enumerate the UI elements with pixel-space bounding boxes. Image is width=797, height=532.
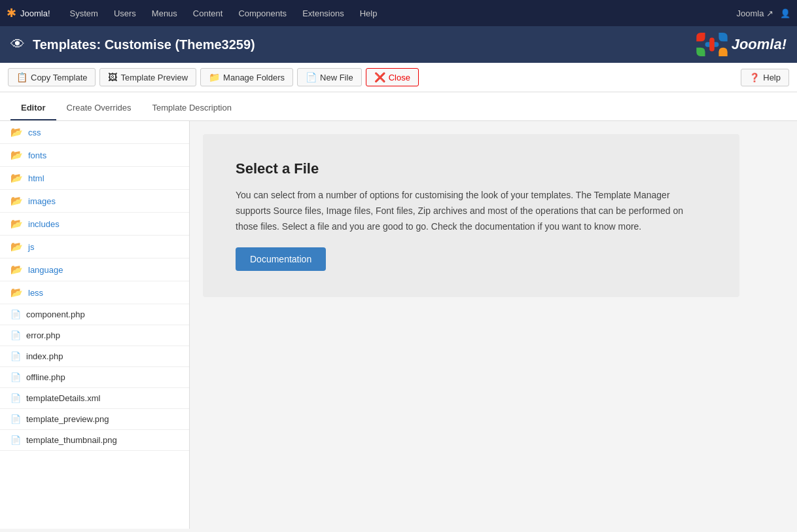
file-icon: 📄 [10, 435, 21, 445]
select-file-box: Select a File You can select from a numb… [203, 134, 739, 297]
tabs-bar: Editor Create Overrides Template Descrip… [0, 92, 797, 121]
brand-label: Joomla! [20, 9, 50, 18]
nav-item-components[interactable]: Components [232, 6, 293, 21]
folder-closed-icon: 📂 [10, 149, 23, 161]
new-file-button[interactable]: 📄 New File [297, 68, 362, 86]
template-preview-button[interactable]: 🖼 Template Preview [99, 68, 196, 86]
file-icon: 📄 [10, 310, 21, 319]
sidebar-file-template-preview-png[interactable]: 📄 template_preview.png [0, 409, 189, 430]
main-panel: Select a File You can select from a numb… [190, 121, 797, 529]
page-header: 👁 Templates: Customise (Theme3259) Jooml… [0, 26, 797, 63]
select-file-description: You can select from a number of options … [236, 188, 707, 234]
folder-closed-icon: 📂 [10, 287, 23, 298]
folder-name-includes: includes [28, 219, 60, 229]
file-icon: 📄 [10, 393, 21, 403]
sidebar-folder-html[interactable]: 📂 html [0, 167, 189, 190]
nav-item-system[interactable]: System [63, 6, 105, 21]
top-navbar: ✱ Joomla! System Users Menus Content Com… [0, 0, 797, 26]
eye-icon: 👁 [10, 36, 25, 53]
file-icon: 📄 [10, 372, 21, 382]
help-icon: ❓ [749, 73, 760, 82]
sidebar-folder-less[interactable]: 📂 less [0, 281, 189, 304]
folder-closed-icon: 📂 [10, 264, 23, 275]
nav-item-extensions[interactable]: Extensions [296, 6, 351, 21]
folder-name-less: less [28, 288, 43, 298]
nav-item-menus[interactable]: Menus [145, 6, 184, 21]
file-name-template-preview-png: template_preview.png [26, 414, 109, 424]
folder-closed-icon: 📂 [10, 172, 23, 184]
folder-name-js: js [28, 242, 34, 252]
sidebar-file-index-php[interactable]: 📄 index.php [0, 346, 189, 367]
page-title: Templates: Customise (Theme3259) [33, 37, 696, 52]
navbar-brand: ✱ Joomla! [7, 6, 50, 20]
user-icon: 👤 [780, 9, 790, 18]
external-link-icon: ↗ [766, 9, 773, 18]
file-icon: 📄 [10, 351, 21, 361]
tab-create-overrides[interactable]: Create Overrides [56, 96, 142, 120]
folder-name-html: html [28, 173, 44, 183]
sidebar-file-error-php[interactable]: 📄 error.php [0, 325, 189, 346]
folder-name-language: language [28, 265, 63, 275]
folder-closed-icon: 📂 [10, 218, 23, 230]
sidebar-folder-js[interactable]: 📂 js [0, 236, 189, 258]
close-button[interactable]: ❌ Close [366, 68, 419, 86]
new-file-icon: 📄 [306, 72, 317, 82]
sidebar-folder-images[interactable]: 📂 images [0, 190, 189, 213]
file-name-offline-php: offline.php [26, 372, 65, 382]
sidebar-file-template-thumbnail-png[interactable]: 📄 template_thumbnail.png [0, 430, 189, 451]
file-icon: 📄 [10, 414, 21, 424]
copy-icon: 📋 [16, 72, 27, 82]
sidebar-folder-fonts[interactable]: 📂 fonts [0, 144, 189, 167]
user-link[interactable]: Joomla ↗ [736, 9, 773, 18]
tab-editor[interactable]: Editor [10, 96, 56, 120]
folder-icon: 📁 [209, 72, 220, 82]
nav-item-users[interactable]: Users [107, 6, 143, 21]
toolbar: 📋 Copy Template 🖼 Template Preview 📁 Man… [0, 63, 797, 92]
folder-name-images: images [28, 196, 56, 206]
sidebar-folder-includes[interactable]: 📂 includes [0, 213, 189, 236]
preview-icon: 🖼 [108, 72, 117, 82]
sidebar-file-template-details-xml[interactable]: 📄 templateDetails.xml [0, 388, 189, 409]
nav-item-help[interactable]: Help [353, 6, 384, 21]
user-name: Joomla [736, 9, 764, 18]
folder-closed-icon: 📂 [10, 195, 23, 207]
file-name-component-php: component.php [26, 310, 85, 319]
navbar-menu: System Users Menus Content Components Ex… [63, 6, 737, 21]
joomla-text: Joomla! [732, 36, 787, 53]
file-name-index-php: index.php [26, 351, 63, 361]
file-name-template-details-xml: templateDetails.xml [26, 393, 100, 403]
sidebar-file-component-php[interactable]: 📄 component.php [0, 304, 189, 325]
file-name-template-thumbnail-png: template_thumbnail.png [26, 435, 117, 445]
sidebar-folder-css[interactable]: 📂 css [0, 121, 189, 144]
file-icon: 📄 [10, 330, 21, 340]
documentation-button[interactable]: Documentation [236, 247, 326, 271]
sidebar-folder-language[interactable]: 📂 language [0, 258, 189, 281]
folder-closed-icon: 📂 [10, 241, 23, 253]
folder-closed-icon: 📂 [10, 126, 23, 138]
svg-rect-1 [709, 38, 715, 52]
folder-name-css: css [28, 128, 41, 137]
tab-template-description[interactable]: Template Description [142, 96, 242, 120]
copy-template-button[interactable]: 📋 Copy Template [8, 68, 96, 86]
nav-item-content[interactable]: Content [186, 6, 230, 21]
file-name-error-php: error.php [26, 330, 60, 340]
joomla-star-icon: ✱ [7, 6, 16, 20]
folder-name-fonts: fonts [28, 151, 46, 160]
navbar-right: Joomla ↗ 👤 [736, 9, 790, 18]
help-button[interactable]: ❓ Help [741, 69, 789, 86]
manage-folders-button[interactable]: 📁 Manage Folders [200, 68, 293, 86]
joomla-logo-svg [696, 33, 728, 56]
select-file-title: Select a File [236, 160, 707, 177]
joomla-logo: Joomla! [696, 33, 787, 56]
file-tree-sidebar: 📂 css 📂 fonts 📂 html 📂 images 📂 includes… [0, 121, 190, 529]
close-icon: ❌ [374, 72, 385, 82]
sidebar-file-offline-php[interactable]: 📄 offline.php [0, 367, 189, 388]
content-area: 📂 css 📂 fonts 📂 html 📂 images 📂 includes… [0, 121, 797, 529]
